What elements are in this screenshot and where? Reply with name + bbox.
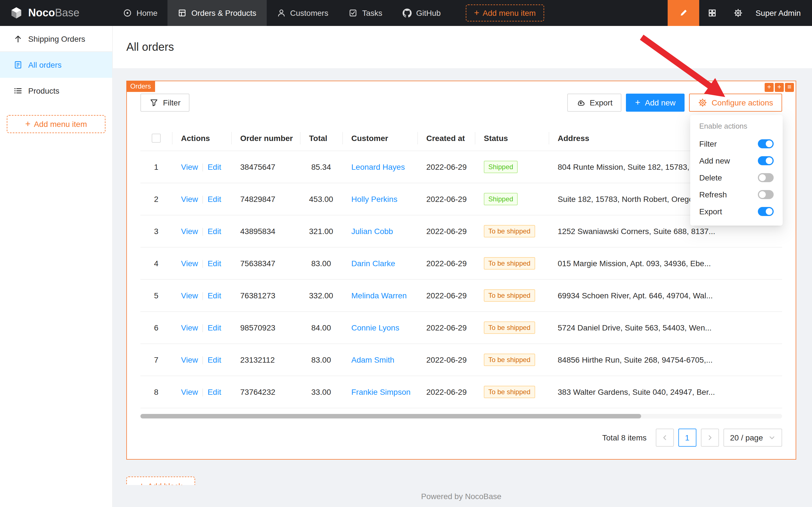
address-cell: 383 Walter Gardens, Suite 040, 24947, Be… [549,376,782,408]
view-link[interactable]: View [181,387,198,396]
customer-link[interactable]: Adam Smith [351,355,395,364]
table-row: 6 ViewEdit 98570923 84.00 Connie Lyons 2… [140,312,782,344]
page-size-select[interactable]: 20 / page [723,429,782,447]
created-at-cell: 2022-06-29 [417,344,475,376]
view-link[interactable]: View [181,291,198,300]
edit-link[interactable]: Edit [208,194,221,204]
user-menu[interactable]: Super Admin [751,8,812,17]
created-at-cell: 2022-06-29 [417,215,475,247]
created-at-cell: 2022-06-29 [417,312,475,344]
edit-link[interactable]: Edit [208,162,221,171]
row-index: 6 [140,312,172,344]
ui-editor-button[interactable] [668,0,699,26]
customer-link[interactable]: Holly Perkins [351,195,397,204]
sidebar-item-all-orders[interactable]: All orders [0,52,112,78]
customer-link[interactable]: Leonard Hayes [351,163,405,172]
table-row: 2 ViewEdit 74829847 453.00 Holly Perkins… [140,183,782,215]
add-block-button[interactable]: + Add block [126,477,195,485]
footer-powered-by: Powered by NocoBase [126,492,796,501]
edit-link[interactable]: Edit [208,387,221,396]
column-header-actions: Actions [172,125,231,151]
add-new-toggle[interactable] [758,156,774,165]
sidebar-item-products[interactable]: Products [0,78,112,104]
divider [202,164,203,172]
block-menu-icon[interactable]: ≡ [785,83,794,92]
address-cell: 84856 Hirthe Run, Suite 268, 94754-6705,… [549,344,782,376]
nav-item-tasks[interactable]: Tasks [338,0,393,26]
address-cell: 69934 Schoen River, Apt. 646, 49704, Wal… [549,280,782,312]
refresh-toggle[interactable] [758,190,774,199]
plus-icon: + [474,8,479,17]
pagination-total: Total 8 items [602,434,646,442]
divider [202,357,203,364]
plus-icon: + [635,98,640,107]
nav-item-github[interactable]: GitHub [393,0,451,26]
nav-item-customers[interactable]: Customers [267,0,338,26]
pagination-page-1[interactable]: 1 [678,429,696,447]
created-at-cell: 2022-06-29 [417,183,475,215]
edit-link[interactable]: Edit [208,355,221,364]
nocobase-logo[interactable]: NocoBase [0,6,113,20]
nav-item-home[interactable]: Home [113,0,168,26]
order-number-cell: 76381273 [231,280,300,312]
order-number-cell: 98570923 [231,312,300,344]
filter-toggle[interactable] [758,139,774,148]
divider [202,228,203,236]
nav-add-menu-item-button[interactable]: + Add menu item [465,4,544,21]
scrollbar-thumb[interactable] [140,414,641,419]
navbar-right: Super Admin [668,0,812,26]
view-link[interactable]: View [181,227,198,236]
view-link[interactable]: View [181,355,198,364]
customer-link[interactable]: Julian Cobb [351,227,393,236]
status-badge: To be shipped [484,322,535,334]
edit-link[interactable]: Edit [208,259,221,268]
plugin-manager-button[interactable] [699,0,725,26]
view-link[interactable]: View [181,259,198,268]
view-link[interactable]: View [181,162,198,171]
screen: NocoBase Home Orders & Products Customer… [0,0,812,507]
sidebar-item-shipping-orders[interactable]: Shipping Orders [0,26,112,52]
add-block-icon[interactable]: + [775,83,784,92]
address-cell: 015 Margie Mission, Apt. 093, 34936, Ebe… [549,247,782,280]
customer-link[interactable]: Connie Lyons [351,324,399,332]
add-new-button[interactable]: + Add new [626,94,685,112]
export-toggle[interactable] [758,207,774,216]
customer-link[interactable]: Frankie Simpson [351,388,410,397]
edit-link[interactable]: Edit [208,227,221,236]
filter-button[interactable]: Filter [140,94,189,112]
delete-toggle[interactable] [758,173,774,182]
customer-link[interactable]: Darin Clarke [351,259,395,268]
dropdown-item-export: Export [690,203,783,220]
table-row: 1 ViewEdit 38475647 85.34 Leonard Hayes … [140,151,782,183]
select-all-checkbox[interactable] [152,134,161,143]
sidebar-add-menu-item-button[interactable]: + Add menu item [7,115,106,133]
main-area: All orders Orders + + ≡ Filter [113,26,812,507]
view-link[interactable]: View [181,323,198,332]
edit-link[interactable]: Edit [208,323,221,332]
customer-link[interactable]: Melinda Warren [351,291,407,300]
total-cell: 321.00 [300,215,342,247]
row-index: 3 [140,215,172,247]
plus-icon: + [139,482,144,485]
column-header-total: Total [300,125,342,151]
drag-handle-icon[interactable]: + [765,83,774,92]
nav-item-label: Home [136,8,158,17]
order-number-cell: 23132112 [231,344,300,376]
list-icon [13,86,22,95]
edit-link[interactable]: Edit [208,291,221,300]
pagination-next-button[interactable] [701,429,719,447]
total-cell: 83.00 [300,344,342,376]
configure-actions-button[interactable]: Configure actions [689,94,782,112]
export-button[interactable]: Export [567,94,622,112]
nav-item-orders-products[interactable]: Orders & Products [168,0,267,26]
home-icon [123,8,132,17]
settings-button[interactable] [725,0,751,26]
horizontal-scrollbar [140,414,782,419]
table-row: 8 ViewEdit 73764232 33.00 Frankie Simpso… [140,376,782,408]
pagination-prev-button[interactable] [655,429,674,447]
table-row: 5 ViewEdit 76381273 332.00 Melinda Warre… [140,280,782,312]
view-link[interactable]: View [181,194,198,204]
github-icon [403,8,412,17]
address-cell: 5724 Daniel Drive, Suite 563, 54403, Wen… [549,312,782,344]
pen-icon [679,8,688,17]
